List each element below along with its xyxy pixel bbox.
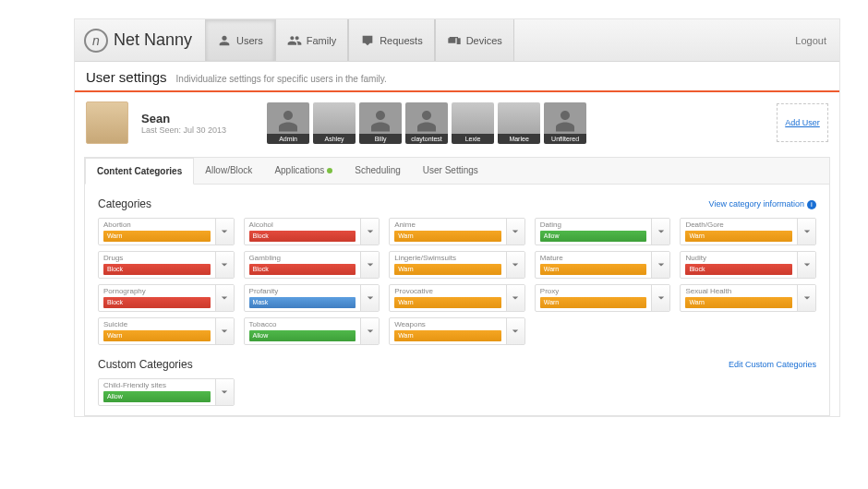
category-dropdown-button[interactable]: [506, 252, 524, 278]
category-cell: ProxyWarn: [535, 284, 671, 312]
category-name: Child-Friendly sites: [103, 382, 211, 389]
category-cell: Child-Friendly sitesAllow: [98, 378, 235, 406]
category-main: AbortionWarn: [99, 219, 215, 244]
info-icon: i: [807, 200, 816, 209]
user-tile[interactable]: Unfiltered: [544, 102, 586, 144]
category-dropdown-button[interactable]: [651, 285, 669, 311]
edit-custom-categories-link[interactable]: Edit Custom Categories: [729, 360, 816, 369]
category-main: Lingerie/SwimsuitsWarn: [390, 252, 506, 278]
category-name: Proxy: [540, 288, 647, 295]
category-action-bar: Allow: [103, 391, 211, 402]
user-tile[interactable]: claytontest: [405, 102, 448, 144]
category-name: Drugs: [103, 255, 211, 262]
user-tile-label: Billy: [359, 134, 402, 144]
category-action-bar: Block: [685, 264, 792, 275]
category-dropdown-button[interactable]: [651, 252, 669, 278]
page-header: User settings Individualize settings for…: [75, 62, 839, 90]
category-dropdown-button[interactable]: [360, 318, 379, 344]
category-cell: MatureWarn: [535, 251, 671, 279]
category-action-bar: Warn: [394, 330, 501, 341]
add-user-button[interactable]: Add User: [777, 103, 828, 142]
chevron-down-icon: [512, 261, 519, 268]
category-cell: AbortionWarn: [98, 218, 235, 245]
category-dropdown-button[interactable]: [797, 219, 815, 244]
category-name: Dating: [540, 221, 647, 229]
category-cell: Death/GoreWarn: [680, 218, 816, 245]
category-dropdown-button[interactable]: [506, 318, 524, 344]
chevron-down-icon: [367, 328, 374, 335]
chevron-down-icon: [512, 228, 519, 235]
tab-allow-block[interactable]: Allow/Block: [194, 158, 263, 184]
category-action-bar: Warn: [685, 297, 792, 308]
category-name: Gambling: [249, 255, 356, 262]
family-icon: [287, 33, 302, 48]
category-dropdown-button[interactable]: [360, 219, 379, 244]
chevron-down-icon: [221, 294, 228, 302]
chevron-down-icon: [657, 294, 665, 302]
current-user-lastseen: Last Seen: Jul 30 2013: [141, 125, 226, 135]
chevron-down-icon: [221, 328, 228, 335]
category-action-bar: Block: [249, 264, 356, 275]
category-dropdown-button[interactable]: [651, 219, 669, 244]
category-name: Mature: [540, 255, 647, 262]
category-cell: WeaponsWarn: [389, 317, 525, 345]
chevron-down-icon: [803, 294, 811, 302]
category-dropdown-button[interactable]: [797, 285, 815, 311]
view-category-info-link[interactable]: View category informationi: [709, 199, 816, 209]
user-tile[interactable]: Lexie: [452, 102, 494, 144]
nav-family[interactable]: Family: [275, 19, 348, 61]
category-dropdown-button[interactable]: [360, 285, 379, 311]
logout-link[interactable]: Logout: [795, 35, 839, 46]
category-action-bar: Block: [249, 231, 356, 242]
tab-scheduling[interactable]: Scheduling: [344, 158, 411, 184]
category-main: AlcoholBlock: [245, 219, 361, 244]
category-main: NudityBlock: [681, 252, 797, 278]
category-name: Death/Gore: [685, 221, 792, 229]
current-user-avatar[interactable]: [86, 101, 128, 144]
user-tile[interactable]: Marlee: [498, 102, 540, 144]
chevron-down-icon: [803, 228, 811, 235]
category-main: GamblingBlock: [245, 252, 361, 278]
custom-categories-header: Custom Categories Edit Custom Categories: [98, 358, 816, 371]
nav-requests[interactable]: Requests: [348, 19, 434, 61]
category-main: PornographyBlock: [99, 285, 215, 311]
user-tile-avatar: [405, 102, 448, 134]
category-cell: ProvocativeWarn: [389, 284, 525, 312]
user-tile[interactable]: Billy: [359, 102, 402, 144]
category-dropdown-button[interactable]: [506, 219, 524, 244]
tab-user-settings[interactable]: User Settings: [412, 158, 489, 184]
tab-applications[interactable]: Applications: [263, 158, 344, 184]
user-selector-strip: Sean Last Seen: Jul 30 2013 AdminAshleyB…: [75, 92, 839, 149]
category-name: Profanity: [249, 288, 356, 295]
requests-icon: [360, 33, 375, 48]
category-cell: TobaccoAllow: [244, 317, 380, 345]
category-dropdown-button[interactable]: [215, 318, 234, 344]
category-dropdown-button[interactable]: [360, 252, 379, 278]
category-dropdown-button[interactable]: [215, 219, 234, 244]
nav-devices[interactable]: Devices: [435, 19, 514, 61]
category-dropdown-button[interactable]: [215, 252, 234, 278]
category-dropdown-button[interactable]: [215, 379, 234, 405]
category-dropdown-button[interactable]: [215, 285, 234, 311]
user-tile[interactable]: Admin: [267, 102, 309, 144]
category-dropdown-button[interactable]: [797, 252, 815, 278]
page-subtitle: Individualize settings for specific user…: [176, 74, 387, 84]
category-action-bar: Warn: [394, 231, 501, 242]
devices-icon: [447, 33, 462, 48]
nav-users-label: Users: [236, 35, 263, 46]
category-main: MatureWarn: [536, 252, 652, 278]
category-name: Lingerie/Swimsuits: [394, 255, 501, 262]
category-cell: DrugsBlock: [98, 251, 235, 279]
chevron-down-icon: [367, 294, 374, 302]
user-tile[interactable]: Ashley: [313, 102, 356, 144]
tab-content-categories[interactable]: Content Categories: [85, 158, 194, 185]
chevron-down-icon: [221, 261, 228, 268]
category-main: TobaccoAllow: [245, 318, 361, 344]
nav-users[interactable]: Users: [205, 19, 275, 61]
category-name: Pornography: [103, 288, 211, 295]
user-tile-label: claytontest: [405, 134, 448, 144]
category-dropdown-button[interactable]: [506, 285, 524, 311]
category-action-bar: Warn: [685, 231, 792, 242]
brand-text: Net Nanny: [114, 30, 192, 50]
category-main: ProxyWarn: [536, 285, 652, 311]
